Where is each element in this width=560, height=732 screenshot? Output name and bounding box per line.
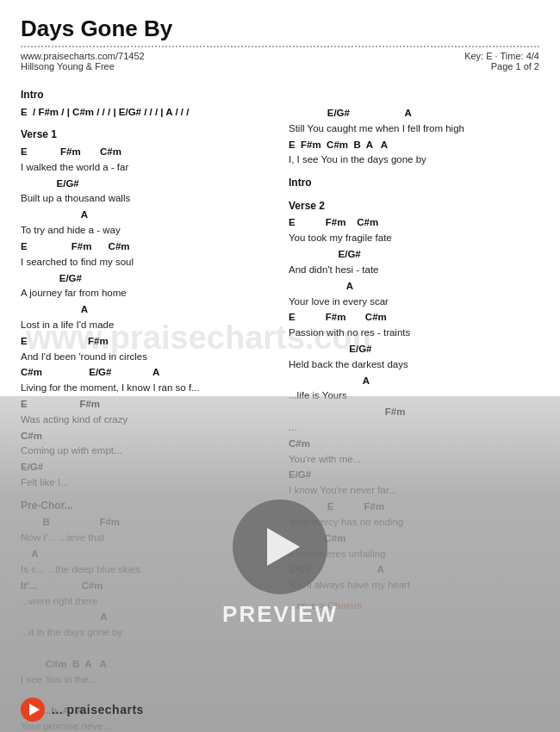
v1-c8: C#m E/G# A bbox=[21, 365, 271, 381]
intro2-header: Intro bbox=[289, 175, 539, 191]
v2-c1: E F#m C#m bbox=[289, 215, 539, 231]
v1-c4: E F#m C#m bbox=[21, 239, 271, 255]
verse1-header: Verse 1 bbox=[21, 127, 271, 143]
page-number: Page 1 of 2 bbox=[491, 61, 539, 71]
v2-c5: E/G# bbox=[289, 342, 539, 357]
intro-chord: E / F#m / | C#m / / / | E/G# / / / | A /… bbox=[21, 105, 271, 121]
v1-l4: I searched to find my soul bbox=[21, 255, 271, 270]
song-artist: Hillsong Young & Free bbox=[21, 61, 145, 71]
footer: ... praisecharts bbox=[21, 698, 539, 722]
v2-c6: A bbox=[289, 374, 539, 389]
v1-l2: Built up a thousand walls bbox=[21, 191, 271, 207]
footer-brand: ... praisecharts bbox=[52, 703, 144, 716]
section-right-top: E/G# A Still You caught me when I fell f… bbox=[289, 80, 539, 168]
page-container: Days Gone By www.praisecharts.com/71452 … bbox=[0, 0, 560, 732]
v1-c6: A bbox=[21, 302, 271, 318]
rt-c1: E/G# A bbox=[289, 106, 539, 121]
section-intro: Intro E / F#m / | C#m / / / | E/G# / / /… bbox=[21, 87, 271, 120]
meta-row: www.praisecharts.com/71452 Hillsong Youn… bbox=[21, 51, 539, 71]
v2-c4: E F#m C#m bbox=[289, 310, 539, 326]
intro-header: Intro bbox=[21, 87, 271, 103]
v1-l6: Lost in a life I'd made bbox=[21, 318, 271, 333]
v1-c2: E/G# bbox=[21, 177, 271, 192]
v2-l3: Your love in every scar bbox=[289, 295, 539, 310]
footer-play-icon bbox=[29, 704, 40, 716]
grey-overlay bbox=[0, 396, 560, 732]
song-key-time: Key: E · Time: 4/4 bbox=[464, 51, 539, 61]
v2-l1: You took my fragile fate bbox=[289, 231, 539, 246]
meta-right: Key: E · Time: 4/4 Page 1 of 2 bbox=[464, 51, 539, 71]
title-divider bbox=[21, 46, 539, 47]
v1-l7: And I'd been 'round in circles bbox=[21, 350, 271, 365]
rt-l1: Still You caught me when I fell from hig… bbox=[289, 121, 539, 137]
rt-l2: I, I see You in the days gone by bbox=[289, 152, 539, 168]
v2-c3: A bbox=[289, 279, 539, 295]
rt-c2: E F#m C#m B A A bbox=[289, 138, 539, 153]
v1-c1: E F#m C#m bbox=[21, 145, 271, 160]
v1-l3: To try and hide a - way bbox=[21, 223, 271, 239]
section-intro2: Intro bbox=[289, 175, 539, 191]
song-title: Days Gone By bbox=[21, 16, 539, 42]
footer-logo bbox=[21, 698, 45, 722]
v2-l2: And didn't hesi - tate bbox=[289, 263, 539, 278]
v2-c2: E/G# bbox=[289, 247, 539, 263]
v1-l5: A journey far from home bbox=[21, 286, 271, 301]
v1-c7: E F#m bbox=[21, 334, 271, 350]
meta-left: www.praisecharts.com/71452 Hillsong Youn… bbox=[21, 51, 145, 71]
song-url: www.praisecharts.com/71452 bbox=[21, 51, 145, 61]
v1-c5: E/G# bbox=[21, 271, 271, 287]
v1-l1: I walked the world a - far bbox=[21, 160, 271, 176]
v1-c3: A bbox=[21, 208, 271, 223]
v1-l8: Living for the moment, I know I ran so f… bbox=[21, 381, 271, 396]
v2-l4: Passion with no res - traints bbox=[289, 326, 539, 341]
footer-brand-name: praisecharts bbox=[67, 703, 144, 716]
footer-brand-text: ... bbox=[52, 703, 67, 716]
v2-l5: Held back the darkest days bbox=[289, 357, 539, 373]
verse2-header: Verse 2 bbox=[289, 198, 539, 214]
